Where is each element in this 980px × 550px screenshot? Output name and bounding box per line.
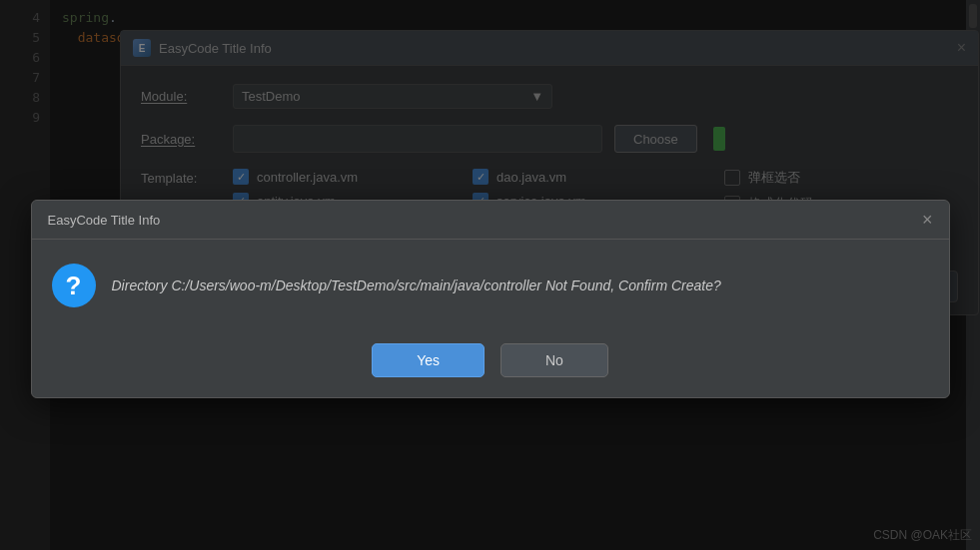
yes-button[interactable]: Yes: [372, 343, 485, 377]
confirm-dialog: EasyCode Title Info × ? Directory C:/Use…: [31, 200, 950, 398]
confirm-dialog-body: ? Directory C:/Users/woo-m/Desktop/TestD…: [32, 240, 949, 331]
confirm-dialog-title: EasyCode Title Info: [48, 213, 161, 228]
confirm-dialog-header: EasyCode Title Info ×: [32, 201, 949, 240]
confirm-dialog-close-icon[interactable]: ×: [922, 211, 933, 229]
confirm-dialog-footer: Yes No: [32, 331, 949, 397]
question-icon: ?: [52, 264, 96, 307]
confirm-message: Directory C:/Users/woo-m/Desktop/TestDem…: [112, 275, 721, 296]
question-mark: ?: [66, 271, 82, 301]
no-button[interactable]: No: [500, 343, 608, 377]
